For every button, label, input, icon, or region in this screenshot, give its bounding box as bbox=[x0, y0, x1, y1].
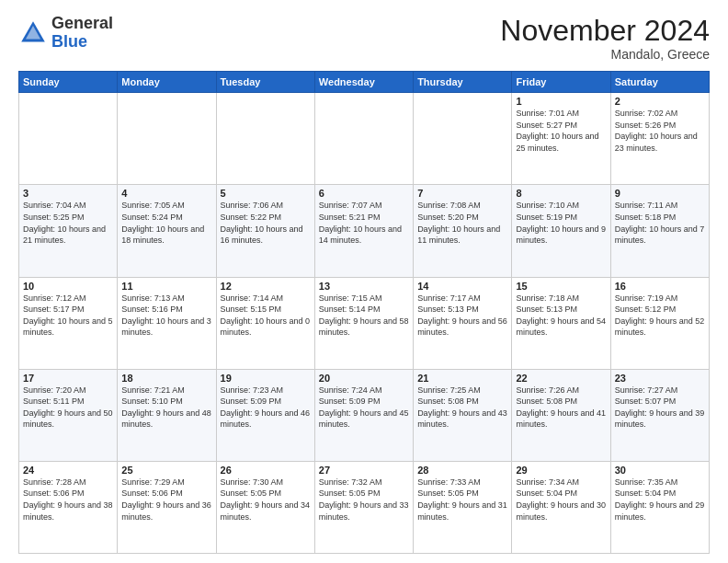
day-info: Sunrise: 7:19 AM Sunset: 5:12 PM Dayligh… bbox=[615, 293, 705, 339]
day-info: Sunrise: 7:23 AM Sunset: 5:09 PM Dayligh… bbox=[221, 385, 311, 431]
day-info: Sunrise: 7:12 AM Sunset: 5:17 PM Dayligh… bbox=[23, 293, 113, 339]
calendar-day-header: Friday bbox=[512, 72, 610, 93]
calendar-cell bbox=[414, 93, 512, 185]
logo: General Blue bbox=[18, 15, 113, 52]
calendar-body: 1Sunrise: 7:01 AM Sunset: 5:27 PM Daylig… bbox=[19, 93, 710, 554]
calendar-day-header: Tuesday bbox=[216, 72, 314, 93]
calendar-week-row: 17Sunrise: 7:20 AM Sunset: 5:11 PM Dayli… bbox=[19, 369, 710, 461]
calendar-cell: 8Sunrise: 7:10 AM Sunset: 5:19 PM Daylig… bbox=[512, 185, 610, 277]
day-info: Sunrise: 7:30 AM Sunset: 5:05 PM Dayligh… bbox=[221, 477, 311, 523]
day-number: 25 bbox=[121, 465, 211, 476]
day-info: Sunrise: 7:05 AM Sunset: 5:24 PM Dayligh… bbox=[121, 200, 211, 246]
logo-text: General Blue bbox=[51, 15, 113, 52]
day-number: 10 bbox=[23, 281, 113, 292]
calendar-cell bbox=[118, 93, 216, 185]
calendar-cell: 11Sunrise: 7:13 AM Sunset: 5:16 PM Dayli… bbox=[118, 277, 216, 369]
day-info: Sunrise: 7:20 AM Sunset: 5:11 PM Dayligh… bbox=[23, 385, 113, 431]
calendar-cell: 28Sunrise: 7:33 AM Sunset: 5:05 PM Dayli… bbox=[414, 461, 512, 553]
calendar-cell: 14Sunrise: 7:17 AM Sunset: 5:13 PM Dayli… bbox=[414, 277, 512, 369]
day-number: 24 bbox=[23, 465, 113, 476]
day-info: Sunrise: 7:02 AM Sunset: 5:26 PM Dayligh… bbox=[615, 108, 705, 154]
day-number: 21 bbox=[417, 373, 507, 384]
day-number: 6 bbox=[319, 188, 409, 199]
day-info: Sunrise: 7:11 AM Sunset: 5:18 PM Dayligh… bbox=[615, 200, 705, 246]
calendar-cell: 23Sunrise: 7:27 AM Sunset: 5:07 PM Dayli… bbox=[610, 369, 709, 461]
day-number: 14 bbox=[417, 281, 507, 292]
calendar-cell: 13Sunrise: 7:15 AM Sunset: 5:14 PM Dayli… bbox=[314, 277, 413, 369]
calendar: SundayMondayTuesdayWednesdayThursdayFrid… bbox=[18, 71, 710, 554]
page: General Blue November 2024 Mandalo, Gree… bbox=[0, 0, 728, 563]
calendar-cell: 5Sunrise: 7:06 AM Sunset: 5:22 PM Daylig… bbox=[216, 185, 314, 277]
day-info: Sunrise: 7:33 AM Sunset: 5:05 PM Dayligh… bbox=[417, 477, 507, 523]
logo-general: General bbox=[51, 14, 113, 32]
calendar-cell bbox=[216, 93, 314, 185]
day-number: 26 bbox=[221, 465, 311, 476]
calendar-cell: 24Sunrise: 7:28 AM Sunset: 5:06 PM Dayli… bbox=[19, 461, 118, 553]
day-info: Sunrise: 7:01 AM Sunset: 5:27 PM Dayligh… bbox=[516, 108, 606, 154]
calendar-cell: 15Sunrise: 7:18 AM Sunset: 5:13 PM Dayli… bbox=[512, 277, 610, 369]
header: General Blue November 2024 Mandalo, Gree… bbox=[18, 15, 710, 62]
day-info: Sunrise: 7:14 AM Sunset: 5:15 PM Dayligh… bbox=[221, 293, 311, 339]
calendar-cell bbox=[314, 93, 413, 185]
day-info: Sunrise: 7:34 AM Sunset: 5:04 PM Dayligh… bbox=[516, 477, 606, 523]
day-info: Sunrise: 7:28 AM Sunset: 5:06 PM Dayligh… bbox=[23, 477, 113, 523]
month-title: November 2024 bbox=[500, 15, 710, 47]
day-info: Sunrise: 7:25 AM Sunset: 5:08 PM Dayligh… bbox=[417, 385, 507, 431]
calendar-day-header: Sunday bbox=[19, 72, 118, 93]
calendar-cell: 25Sunrise: 7:29 AM Sunset: 5:06 PM Dayli… bbox=[118, 461, 216, 553]
day-number: 11 bbox=[121, 281, 211, 292]
calendar-cell: 4Sunrise: 7:05 AM Sunset: 5:24 PM Daylig… bbox=[118, 185, 216, 277]
calendar-cell: 2Sunrise: 7:02 AM Sunset: 5:26 PM Daylig… bbox=[610, 93, 709, 185]
calendar-cell: 18Sunrise: 7:21 AM Sunset: 5:10 PM Dayli… bbox=[118, 369, 216, 461]
calendar-week-row: 1Sunrise: 7:01 AM Sunset: 5:27 PM Daylig… bbox=[19, 93, 710, 185]
day-info: Sunrise: 7:35 AM Sunset: 5:04 PM Dayligh… bbox=[615, 477, 705, 523]
day-number: 16 bbox=[615, 281, 705, 292]
calendar-cell: 10Sunrise: 7:12 AM Sunset: 5:17 PM Dayli… bbox=[19, 277, 118, 369]
day-number: 8 bbox=[516, 188, 606, 199]
location: Mandalo, Greece bbox=[500, 47, 710, 62]
day-info: Sunrise: 7:29 AM Sunset: 5:06 PM Dayligh… bbox=[121, 477, 211, 523]
day-number: 19 bbox=[221, 373, 311, 384]
calendar-cell: 16Sunrise: 7:19 AM Sunset: 5:12 PM Dayli… bbox=[610, 277, 709, 369]
day-info: Sunrise: 7:26 AM Sunset: 5:08 PM Dayligh… bbox=[516, 385, 606, 431]
day-info: Sunrise: 7:13 AM Sunset: 5:16 PM Dayligh… bbox=[121, 293, 211, 339]
calendar-cell: 1Sunrise: 7:01 AM Sunset: 5:27 PM Daylig… bbox=[512, 93, 610, 185]
calendar-cell: 6Sunrise: 7:07 AM Sunset: 5:21 PM Daylig… bbox=[314, 185, 413, 277]
day-number: 7 bbox=[417, 188, 507, 199]
calendar-week-row: 3Sunrise: 7:04 AM Sunset: 5:25 PM Daylig… bbox=[19, 185, 710, 277]
calendar-cell: 17Sunrise: 7:20 AM Sunset: 5:11 PM Dayli… bbox=[19, 369, 118, 461]
calendar-cell: 7Sunrise: 7:08 AM Sunset: 5:20 PM Daylig… bbox=[414, 185, 512, 277]
calendar-cell: 29Sunrise: 7:34 AM Sunset: 5:04 PM Dayli… bbox=[512, 461, 610, 553]
day-number: 30 bbox=[615, 465, 705, 476]
day-number: 29 bbox=[516, 465, 606, 476]
day-info: Sunrise: 7:07 AM Sunset: 5:21 PM Dayligh… bbox=[319, 200, 409, 246]
calendar-cell: 3Sunrise: 7:04 AM Sunset: 5:25 PM Daylig… bbox=[19, 185, 118, 277]
calendar-cell: 20Sunrise: 7:24 AM Sunset: 5:09 PM Dayli… bbox=[314, 369, 413, 461]
day-number: 13 bbox=[319, 281, 409, 292]
day-number: 22 bbox=[516, 373, 606, 384]
day-number: 28 bbox=[417, 465, 507, 476]
calendar-day-header: Wednesday bbox=[314, 72, 413, 93]
day-info: Sunrise: 7:06 AM Sunset: 5:22 PM Dayligh… bbox=[221, 200, 311, 246]
day-number: 20 bbox=[319, 373, 409, 384]
calendar-day-header: Monday bbox=[118, 72, 216, 93]
calendar-cell bbox=[19, 93, 118, 185]
day-number: 12 bbox=[221, 281, 311, 292]
calendar-week-row: 24Sunrise: 7:28 AM Sunset: 5:06 PM Dayli… bbox=[19, 461, 710, 553]
day-number: 1 bbox=[516, 96, 606, 107]
logo-blue: Blue bbox=[51, 32, 87, 51]
calendar-cell: 12Sunrise: 7:14 AM Sunset: 5:15 PM Dayli… bbox=[216, 277, 314, 369]
calendar-cell: 22Sunrise: 7:26 AM Sunset: 5:08 PM Dayli… bbox=[512, 369, 610, 461]
logo-icon bbox=[18, 18, 48, 48]
day-info: Sunrise: 7:17 AM Sunset: 5:13 PM Dayligh… bbox=[417, 293, 507, 339]
day-number: 2 bbox=[615, 96, 705, 107]
calendar-cell: 9Sunrise: 7:11 AM Sunset: 5:18 PM Daylig… bbox=[610, 185, 709, 277]
day-info: Sunrise: 7:08 AM Sunset: 5:20 PM Dayligh… bbox=[417, 200, 507, 246]
calendar-day-header: Thursday bbox=[414, 72, 512, 93]
day-info: Sunrise: 7:24 AM Sunset: 5:09 PM Dayligh… bbox=[319, 385, 409, 431]
day-number: 17 bbox=[23, 373, 113, 384]
day-info: Sunrise: 7:32 AM Sunset: 5:05 PM Dayligh… bbox=[319, 477, 409, 523]
title-block: November 2024 Mandalo, Greece bbox=[500, 15, 710, 62]
calendar-cell: 26Sunrise: 7:30 AM Sunset: 5:05 PM Dayli… bbox=[216, 461, 314, 553]
calendar-cell: 30Sunrise: 7:35 AM Sunset: 5:04 PM Dayli… bbox=[610, 461, 709, 553]
